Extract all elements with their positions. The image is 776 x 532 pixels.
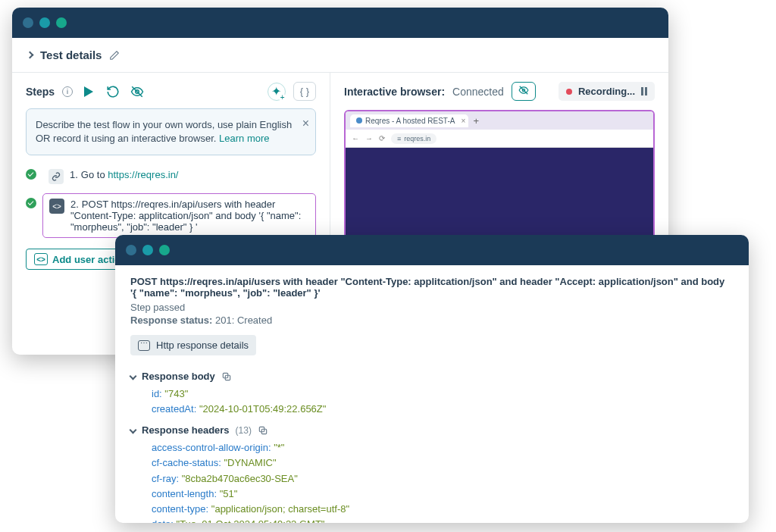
response-headers: access-control-allow-origin: "*" cf-cach… (130, 440, 734, 523)
response-headers-header[interactable]: Response headers (13) (130, 424, 734, 436)
info-banner: Describe the test flow in your own words… (26, 108, 316, 155)
chevron-down-icon (130, 373, 137, 380)
browser-tab[interactable]: Reqres - A hosted REST-A × (350, 114, 468, 127)
play-button[interactable] (80, 83, 97, 100)
url-input[interactable]: ≡reqres.in (391, 133, 436, 144)
result-window: POST https://reqres.in/api/users with he… (115, 235, 749, 523)
check-icon (26, 198, 36, 208)
step-row[interactable]: 1.Go to https://reqres.in/ (26, 164, 316, 189)
steps-label: Steps (26, 86, 55, 98)
copy-icon[interactable] (221, 371, 232, 382)
response-body-header[interactable]: Response body (130, 371, 734, 382)
pencil-icon[interactable] (109, 50, 120, 61)
connection-status: Connected (452, 86, 504, 98)
ai-sparkle-button[interactable]: ✦ (268, 83, 286, 101)
info-icon[interactable]: i (62, 86, 73, 97)
check-icon (26, 169, 36, 180)
page-title: Test details (40, 49, 102, 61)
link-icon (48, 169, 64, 184)
code-icon: <> (49, 199, 64, 214)
copy-icon[interactable] (258, 425, 268, 436)
window-dot (56, 17, 67, 28)
step-passed: Step passed (130, 302, 734, 313)
record-dot-icon (566, 89, 572, 95)
chevron-down-icon (130, 427, 137, 434)
window-dot (142, 245, 153, 255)
eye-off-button[interactable] (512, 82, 536, 101)
favicon-icon (356, 117, 362, 124)
response-status-label: Response status: (130, 315, 212, 326)
forward-button[interactable]: → (365, 134, 373, 142)
new-tab-button[interactable]: + (473, 115, 479, 127)
chevron-right-icon (27, 52, 34, 59)
titlebar (12, 8, 668, 38)
response-details-button[interactable]: Http response details (130, 335, 256, 355)
pause-icon[interactable] (641, 87, 647, 95)
response-status-value: 201: Created (215, 315, 272, 326)
response-body: id: "743" createdAt: "2024-10-01T05:49:2… (130, 386, 734, 417)
browser-title: Interactive browser: (344, 86, 445, 98)
titlebar (115, 235, 749, 265)
step-row[interactable]: <> 2.POST https://reqres.in/api/users wi… (26, 193, 316, 238)
window-dot (39, 17, 50, 28)
close-tab-icon[interactable]: × (462, 117, 466, 125)
close-icon[interactable]: × (302, 115, 309, 132)
window-dot (23, 17, 33, 28)
reload-button[interactable]: ⟳ (379, 134, 385, 142)
back-button[interactable]: ← (352, 134, 359, 142)
step-url[interactable]: https://reqres.in/ (108, 169, 178, 180)
reload-button[interactable] (105, 83, 121, 100)
eye-off-icon[interactable] (129, 83, 146, 100)
braces-button[interactable]: { } (293, 82, 316, 101)
url-bar: ← → ⟳ ≡reqres.in (346, 130, 653, 148)
code-block-icon (138, 340, 150, 351)
window-dot (126, 245, 136, 255)
recording-badge[interactable]: Recording... (559, 82, 655, 101)
learn-more-link[interactable]: Learn more (219, 133, 269, 144)
tab-strip: Reqres - A hosted REST-A × + (346, 111, 653, 130)
result-title: POST https://reqres.in/api/users with he… (130, 276, 734, 299)
window-dot (159, 245, 170, 255)
code-add-icon: <> (34, 253, 48, 265)
test-details-header[interactable]: Test details (12, 38, 668, 73)
